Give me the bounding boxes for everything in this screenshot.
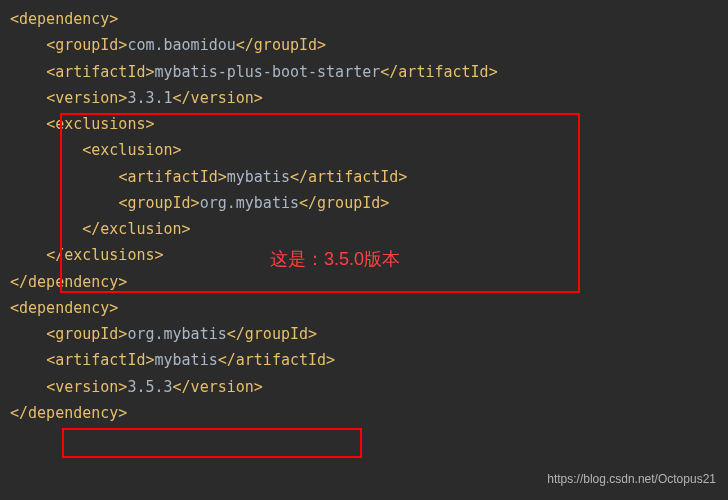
- watermark: https://blog.csdn.net/Octopus21: [547, 469, 716, 490]
- code-line: <exclusion>: [0, 137, 728, 163]
- code-line: </dependency>: [0, 400, 728, 426]
- code-line: <exclusions>: [0, 111, 728, 137]
- code-line: <artifactId>mybatis-plus-boot-starter</a…: [0, 59, 728, 85]
- highlight-box-version: [62, 428, 362, 458]
- code-line: <groupId>org.mybatis</groupId>: [0, 190, 728, 216]
- code-line: </dependency>: [0, 269, 728, 295]
- code-line: </exclusion>: [0, 216, 728, 242]
- code-block: <dependency> <groupId>com.baomidou</grou…: [0, 0, 728, 426]
- code-line: <artifactId>mybatis</artifactId>: [0, 347, 728, 373]
- code-line: </exclusions>: [0, 242, 728, 268]
- code-line: <groupId>org.mybatis</groupId>: [0, 321, 728, 347]
- code-line: <version>3.3.1</version>: [0, 85, 728, 111]
- code-line: <artifactId>mybatis</artifactId>: [0, 164, 728, 190]
- code-line: <groupId>com.baomidou</groupId>: [0, 32, 728, 58]
- code-line: <dependency>: [0, 6, 728, 32]
- code-line: <version>3.5.3</version>: [0, 374, 728, 400]
- code-line: <dependency>: [0, 295, 728, 321]
